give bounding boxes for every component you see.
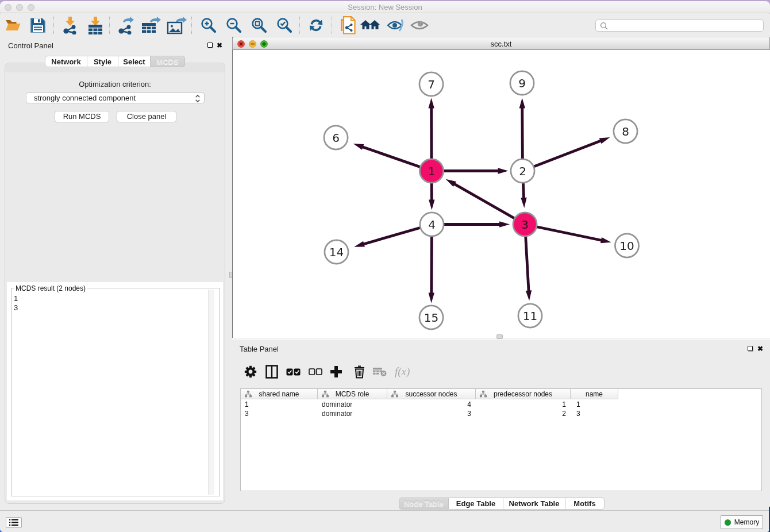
tab-network-table[interactable]: Network Table [503, 498, 565, 510]
export-table-icon[interactable] [141, 14, 161, 37]
graph-edge-arrowhead [600, 237, 611, 243]
column-header-predecessor-nodes[interactable]: predecessor nodes [476, 389, 571, 399]
graph-node-label: 6 [332, 130, 340, 144]
toolbar-separator [332, 17, 332, 34]
mcds-result-text[interactable]: 13 [14, 294, 18, 313]
column-header-label: predecessor nodes [494, 390, 552, 398]
zoom-selected-icon[interactable] [276, 14, 292, 37]
search-input[interactable] [595, 20, 764, 32]
status-bar: Memory [0, 510, 770, 532]
refresh-icon[interactable] [308, 14, 324, 37]
import-network-icon[interactable] [61, 14, 79, 37]
save-session-icon[interactable] [30, 14, 46, 37]
home-layout-icon[interactable] [360, 14, 380, 37]
toolbar-separator [299, 17, 300, 34]
function-builder-icon[interactable]: f(x) [395, 358, 410, 385]
window-title: Session: New Session [0, 1, 770, 13]
tab-style[interactable]: Style [87, 56, 118, 67]
import-table-icon[interactable] [86, 14, 105, 37]
control-panel-title: Control Panel [8, 41, 53, 50]
graph-edge-arrowhead [498, 168, 509, 174]
table-panel-title: Table Panel [240, 345, 279, 353]
column-header-label: shared name [259, 390, 299, 398]
toolbar-separator [53, 17, 54, 34]
graph-edge-arrowhead [519, 98, 525, 108]
graph-edge-arrowhead [353, 144, 364, 150]
add-column-icon[interactable] [330, 358, 342, 385]
graph-node-label: 10 [619, 238, 634, 252]
table-cell: 3 [241, 409, 318, 418]
show-all-eye-icon[interactable] [410, 14, 429, 37]
delete-column-trash-icon[interactable] [354, 358, 365, 385]
toolbar-separator [191, 17, 192, 34]
column-type-icon [480, 391, 487, 398]
network-canvas[interactable]: 7968124314101511 [232, 50, 770, 338]
memory-button[interactable]: Memory [721, 515, 763, 529]
run-mcds-button[interactable]: Run MCDS [55, 111, 109, 122]
graph-edge-arrowhead [429, 292, 434, 303]
deselect-all-checkboxes-icon[interactable] [309, 358, 322, 385]
table-cell: 3 [387, 409, 476, 418]
tab-select[interactable]: Select [118, 56, 151, 67]
table-cell: 4 [387, 400, 476, 409]
graph-node-label: 2 [519, 164, 526, 178]
export-network-icon[interactable] [117, 14, 135, 37]
hide-selected-eye-icon[interactable] [386, 14, 406, 37]
horizontal-divider-handle[interactable] [496, 334, 503, 339]
select-chevrons-icon [195, 94, 201, 103]
zoom-fit-icon[interactable] [251, 14, 267, 37]
graph-node-label: 1 [428, 164, 436, 178]
list-icon [9, 519, 18, 526]
column-type-icon [391, 391, 398, 398]
table-cell: 1 [241, 400, 318, 409]
open-session-icon[interactable] [3, 14, 23, 37]
network-window-title: scc.txt [233, 37, 769, 51]
tab-mcds[interactable]: MCDS [151, 56, 185, 67]
table-header: shared name MCDS role successor nodes pr… [241, 389, 618, 399]
float-panel-icon[interactable] [207, 43, 213, 48]
delete-table-icon[interactable] [373, 358, 387, 385]
network-graph: 7968124314101511 [233, 50, 769, 338]
column-header-name[interactable]: name [571, 389, 618, 399]
select-all-checkboxes-icon[interactable] [286, 358, 301, 385]
tab-network[interactable]: Network [45, 56, 87, 67]
column-header-shared-name[interactable]: shared name [241, 389, 318, 399]
zoom-in-icon[interactable] [200, 14, 216, 37]
graph-edge[interactable] [523, 140, 602, 171]
graph-edge-arrowhead [526, 290, 532, 300]
column-layout-icon[interactable] [265, 358, 278, 385]
criterion-select[interactable]: strongly connected component [26, 92, 205, 103]
column-header-label: MCDS role [336, 390, 369, 398]
column-header-mcds-role[interactable]: MCDS role [318, 389, 387, 399]
table-cell: 3 [571, 409, 618, 418]
close-panel-button[interactable]: Close panel [117, 111, 176, 122]
result-scrollbar[interactable] [208, 290, 214, 495]
application-window: Session: New Session [0, 1, 770, 532]
zoom-out-icon[interactable] [225, 14, 241, 37]
criterion-value: strongly connected component [34, 94, 136, 102]
column-header-successor-nodes[interactable]: successor nodes [387, 389, 476, 399]
optimization-criterion-label: Optimization criterion: [5, 80, 225, 88]
tab-motifs[interactable]: Motifs [565, 498, 605, 510]
memory-status-icon [725, 519, 731, 526]
task-history-button[interactable] [6, 517, 22, 528]
table-row[interactable]: 1 dominator 4 1 1 [241, 400, 618, 409]
tab-node-table[interactable]: Node Table [399, 498, 449, 510]
tab-edge-table[interactable]: Edge Table [449, 498, 503, 510]
main-content: Control Panel ✖ Network Style Select MCD… [0, 36, 770, 510]
close-table-panel-icon[interactable]: ✖ [757, 346, 763, 352]
float-table-panel-icon[interactable] [748, 346, 753, 351]
table-row[interactable]: 3 dominator 3 2 3 [241, 409, 618, 418]
network-window-titlebar[interactable]: scc.txt [232, 37, 770, 50]
close-panel-icon[interactable]: ✖ [217, 43, 222, 48]
copy-network-icon[interactable] [339, 14, 356, 37]
table-cell: dominator [318, 409, 387, 418]
memory-label: Memory [734, 518, 759, 526]
graph-edge-arrowhead [499, 221, 510, 227]
table-tabs: Node Table Edge Table Network Table Moti… [399, 498, 605, 510]
graph-edge-arrowhead [428, 98, 434, 108]
main-toolbar [0, 14, 770, 37]
export-image-icon[interactable] [167, 14, 187, 37]
settings-gear-icon[interactable] [244, 358, 257, 385]
graph-edge-arrowhead [599, 137, 610, 143]
